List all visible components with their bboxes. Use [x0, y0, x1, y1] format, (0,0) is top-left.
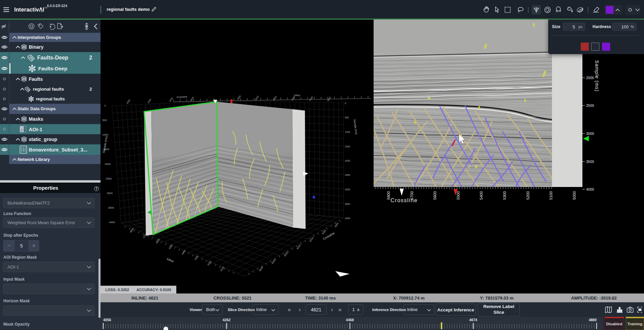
svg-text:Crossline: Crossline [391, 197, 418, 203]
svg-text:4100: 4100 [220, 266, 225, 272]
svg-text:4056: 4056 [103, 318, 111, 322]
svg-text:3000: 3000 [586, 132, 594, 136]
svg-text:4300: 4300 [194, 255, 199, 261]
svg-text:6600: 6600 [309, 96, 313, 101]
svg-text:4000: 4000 [126, 99, 131, 104]
svg-text:4200: 4200 [147, 98, 152, 103]
svg-text:4000: 4000 [345, 217, 350, 219]
svg-text:Inline: Inline [166, 257, 174, 263]
svg-text:500: 500 [345, 116, 349, 119]
svg-text:6000: 6000 [254, 95, 259, 100]
svg-text:3500: 3500 [586, 160, 594, 164]
svg-text:4600: 4600 [155, 238, 160, 244]
svg-text:3000: 3000 [345, 188, 350, 191]
svg-text:2000: 2000 [586, 76, 594, 80]
svg-text:4262: 4262 [223, 318, 231, 322]
svg-text:2500: 2500 [345, 174, 350, 176]
svg-text:3500: 3500 [108, 206, 114, 209]
svg-text:5400: 5400 [479, 191, 483, 200]
svg-text:4674: 4674 [469, 318, 478, 322]
svg-text:0: 0 [105, 104, 106, 107]
svg-text:4000: 4000 [109, 221, 115, 224]
svg-text:4400: 4400 [181, 250, 186, 255]
svg-text:6300: 6300 [284, 251, 289, 257]
svg-text:2000: 2000 [345, 160, 350, 162]
svg-text:1000: 1000 [345, 131, 350, 133]
svg-text:500: 500 [103, 119, 107, 122]
svg-text:2000: 2000 [105, 163, 111, 166]
svg-text:3000: 3000 [107, 192, 113, 195]
svg-text:6500: 6500 [259, 266, 264, 272]
svg-text:5100: 5100 [549, 191, 553, 200]
svg-text:4400: 4400 [169, 97, 173, 102]
svg-text:6800: 6800 [327, 96, 331, 101]
svg-text:Sample (ms): Sample (ms) [594, 60, 600, 92]
svg-text:4500: 4500 [168, 244, 173, 250]
svg-text:6000: 6000 [321, 229, 327, 235]
svg-text:2500: 2500 [586, 103, 594, 108]
svg-text:5200: 5200 [526, 191, 530, 200]
svg-text:Sample (ms): Sample (ms) [353, 119, 358, 135]
svg-text:Crossline: Crossline [177, 95, 187, 99]
svg-text:5000: 5000 [572, 191, 576, 200]
svg-text:1500: 1500 [345, 145, 350, 148]
svg-text:0: 0 [345, 102, 346, 104]
svg-text:4000: 4000 [586, 187, 594, 191]
svg-text:5800: 5800 [386, 191, 391, 200]
svg-text:5300: 5300 [503, 191, 507, 200]
svg-text:5600: 5600 [433, 191, 437, 200]
svg-text:4468: 4468 [346, 318, 354, 322]
svg-text:5500: 5500 [456, 191, 460, 200]
svg-text:Inline: Inline [294, 94, 300, 97]
svg-text:4600: 4600 [190, 96, 194, 101]
svg-text:4880: 4880 [589, 318, 597, 322]
svg-text:2500: 2500 [106, 177, 112, 180]
svg-text:3500: 3500 [345, 203, 350, 205]
